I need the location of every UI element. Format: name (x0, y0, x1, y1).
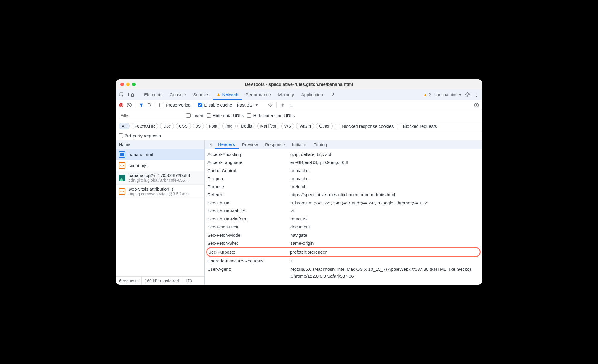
type-filter-doc[interactable]: Doc (160, 123, 174, 129)
header-value: no-cache (290, 175, 482, 182)
type-filter-ws[interactable]: WS (281, 123, 295, 129)
devtools-window: DevTools - speculative-rules.glitch.me/b… (116, 79, 482, 285)
request-list[interactable]: banana.html<>script.mjsbanana.jpg?v=1705… (116, 149, 204, 276)
request-list-pane: Name banana.html<>script.mjsbanana.jpg?v… (116, 140, 205, 285)
context-label: banana.html (434, 92, 457, 97)
script-icon: <> (119, 162, 126, 169)
detail-tab-timing[interactable]: Timing (310, 140, 330, 149)
issues-warning-count[interactable]: ▲ 2 (423, 92, 431, 97)
header-name: User-Agent: (207, 266, 290, 280)
type-filter-wasm[interactable]: Wasm (296, 123, 314, 129)
panel-tab-memory[interactable]: Memory (274, 89, 298, 100)
type-filter-fetchxhr[interactable]: Fetch/XHR (132, 123, 158, 129)
name-column-header[interactable]: Name (116, 140, 204, 149)
filter-bar-1: Invert Hide data URLs Hide extension URL… (116, 110, 482, 121)
type-filter-manifest[interactable]: Manifest (257, 123, 279, 129)
network-settings-gear-icon[interactable] (474, 103, 479, 107)
record-button[interactable] (119, 103, 123, 107)
svg-point-3 (467, 94, 468, 95)
request-row[interactable]: banana.jpg?v=1705668720588cdn.glitch.glo… (116, 171, 204, 185)
detail-tab-initiator[interactable]: Initiator (289, 140, 310, 149)
panel-tab-performance[interactable]: Performance (242, 89, 274, 100)
titlebar: DevTools - speculative-rules.glitch.me/b… (116, 79, 482, 89)
header-row: Sec-Fetch-Site:same-origin (205, 239, 482, 247)
type-filter-font[interactable]: Font (206, 123, 220, 129)
download-har-icon[interactable] (289, 103, 293, 107)
type-filter-all[interactable]: All (119, 123, 130, 129)
panel-tab-network[interactable]: ▲Network (213, 89, 242, 100)
type-filter-media[interactable]: Media (237, 123, 255, 129)
upload-har-icon[interactable] (280, 103, 285, 107)
disable-cache-label: Disable cache (204, 102, 232, 107)
clear-button[interactable] (127, 103, 132, 107)
warning-icon: ▲ (217, 92, 221, 96)
filter-bar-3: 3rd-party requests (116, 131, 482, 140)
divider (194, 102, 194, 108)
request-name: script.mjs (129, 163, 147, 168)
type-filter-img[interactable]: Img (222, 123, 236, 129)
filter-bar-2: AllFetch/XHRDocCSSJSFontImgMediaManifest… (116, 121, 482, 131)
blocked-cookies-checkbox[interactable]: Blocked response cookies (336, 124, 394, 129)
type-filter-js[interactable]: JS (193, 123, 204, 129)
request-name: banana.html (129, 152, 153, 157)
header-name: Accept-Language: (207, 159, 290, 166)
panel-tab-label: Console (170, 92, 186, 97)
context-selector[interactable]: banana.html ▼ (434, 92, 462, 97)
blocked-requests-checkbox[interactable]: Blocked requests (397, 124, 437, 129)
request-row[interactable]: <>script.mjs (116, 160, 204, 171)
inspect-element-icon[interactable] (119, 92, 124, 97)
detail-tab-preview[interactable]: Preview (239, 140, 261, 149)
status-transferred: 160 kB transferred (142, 277, 182, 285)
preserve-log-checkbox[interactable]: Preserve log (159, 102, 191, 107)
header-name: Sec-Fetch-Site: (207, 240, 290, 247)
header-row: Sec-Ch-Ua-Platform:"macOS" (205, 215, 482, 223)
hide-data-urls-checkbox[interactable]: Hide data URLs (207, 113, 244, 118)
header-value: 1 (290, 257, 482, 264)
panel-tab-application[interactable]: Application (298, 89, 327, 100)
more-tabs-icon[interactable] (330, 92, 335, 97)
invert-checkbox[interactable]: Invert (186, 113, 204, 118)
header-row: Upgrade-Insecure-Requests:1 (205, 257, 482, 265)
type-filter-other[interactable]: Other (316, 123, 333, 129)
request-name: banana.jpg?v=1705668720588 (129, 173, 190, 178)
filter-toggle-icon[interactable] (139, 103, 144, 107)
settings-gear-icon[interactable] (465, 92, 470, 97)
close-window-button[interactable] (120, 83, 124, 86)
throttling-select[interactable]: Fast 3G (236, 102, 258, 108)
hide-extension-urls-checkbox[interactable]: Hide extension URLs (247, 113, 295, 118)
request-row[interactable]: <>web-vitals.attribution.jsunpkg.com/web… (116, 185, 204, 198)
header-row: Pragma:no-cache (205, 175, 482, 183)
disable-cache-checkbox[interactable]: Disable cache (198, 102, 232, 107)
zoom-window-button[interactable] (132, 83, 136, 86)
kebab-menu-icon[interactable]: ⋮ (474, 91, 479, 98)
detail-tabs: ✕ HeadersPreviewResponseInitiatorTiming (205, 140, 482, 149)
detail-tab-response[interactable]: Response (261, 140, 289, 149)
minimize-window-button[interactable] (126, 83, 130, 86)
request-row[interactable]: banana.html (116, 149, 204, 160)
header-row: Sec-Ch-Ua:"Chromium";v="122", "Not(A:Bra… (205, 199, 482, 207)
filter-input[interactable] (119, 112, 183, 119)
image-icon (119, 174, 126, 181)
headers-section[interactable]: Accept-Encoding:gzip, deflate, br, zstdA… (205, 149, 482, 285)
panel-tab-elements[interactable]: Elements (140, 89, 166, 100)
panel-tab-console[interactable]: Console (166, 89, 190, 100)
window-title: DevTools - speculative-rules.glitch.me/b… (116, 82, 482, 87)
panel-tab-label: Network (222, 92, 238, 97)
network-conditions-icon[interactable] (268, 102, 273, 108)
third-party-checkbox[interactable]: 3rd-party requests (119, 133, 161, 138)
detail-tab-headers[interactable]: Headers (215, 140, 239, 149)
close-detail-button[interactable]: ✕ (207, 142, 215, 147)
type-filter-css[interactable]: CSS (176, 123, 191, 129)
svg-point-5 (270, 106, 271, 107)
panel-tab-sources[interactable]: Sources (190, 89, 213, 100)
header-value: "macOS" (290, 215, 482, 222)
search-icon[interactable] (147, 103, 152, 107)
chevron-down-icon: ▼ (458, 93, 462, 96)
header-row: Cache-Control:no-cache (205, 167, 482, 175)
divider (276, 102, 277, 108)
status-bar: 6 requests 160 kB transferred 173 (116, 276, 204, 285)
preserve-log-label: Preserve log (166, 102, 191, 107)
header-value: navigate (290, 232, 482, 239)
panel-tab-label: Sources (193, 92, 210, 97)
device-toolbar-icon[interactable] (128, 92, 134, 97)
